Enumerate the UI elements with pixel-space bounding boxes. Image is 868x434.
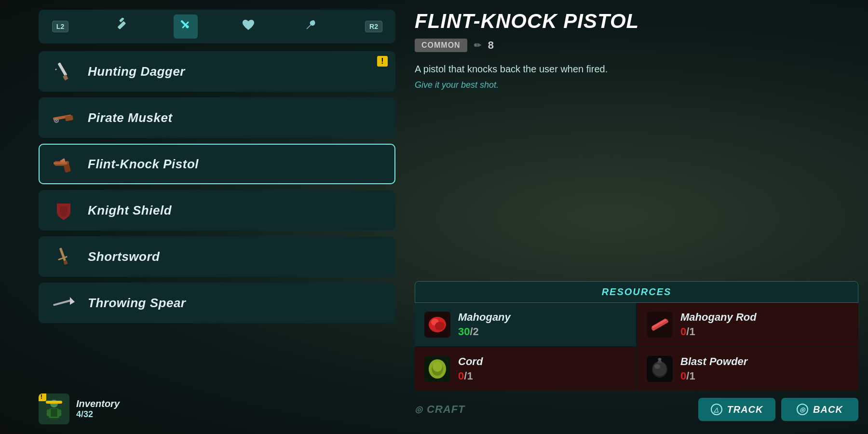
item-title: FLINT-KNOCK PISTOL: [415, 10, 858, 33]
resource-item-cord: Cord 0/1: [415, 347, 636, 391]
cord-count: 0/1: [458, 370, 473, 382]
mahogany-rod-count: 0/1: [680, 326, 695, 338]
blast-powder-have: 0: [680, 370, 686, 382]
inventory-badge: !: [39, 393, 46, 401]
resources-section: RESOURCES Mahogany 30/2: [415, 281, 858, 391]
tab-survival[interactable]: [236, 14, 260, 39]
throwing-spear-name: Throwing Spear: [88, 296, 186, 311]
blast-powder-count: 0/1: [680, 370, 695, 382]
combat-icon: [116, 18, 130, 35]
item-description: A pistol that knocks back the user when …: [415, 62, 858, 76]
heart-icon: [242, 18, 255, 35]
tab-r2[interactable]: R2: [362, 14, 386, 39]
throwing-spear-icon-wrap: [49, 288, 78, 317]
bottom-buttons: ◎ CRAFT △ TRACK ◎ BACK: [415, 394, 858, 424]
rarity-icon: ✏: [474, 40, 481, 51]
weapon-item-pirate-musket[interactable]: Pirate Musket: [39, 97, 395, 138]
flint-knock-pistol-name: Flint-Knock Pistol: [88, 157, 199, 172]
cord-icon: [424, 356, 450, 382]
knight-shield-name: Knight Shield: [88, 203, 172, 218]
track-icon: △: [711, 404, 722, 415]
svg-rect-0: [118, 21, 126, 30]
mahogany-rod-icon: [647, 312, 673, 338]
resource-item-mahogany-rod: Mahogany Rod 0/1: [637, 303, 858, 346]
inventory-bar: ! Inventory 4/32: [39, 393, 120, 424]
svg-marker-17: [61, 158, 65, 160]
tab-bar: L2: [39, 10, 395, 43]
cord-info: Cord 0/1: [458, 355, 483, 382]
blast-powder-need: 1: [689, 370, 695, 382]
tab-weapons[interactable]: [174, 14, 198, 39]
sword-icon: [178, 18, 193, 35]
hunting-dagger-warning: !: [377, 56, 388, 67]
svg-marker-22: [70, 297, 75, 305]
rarity-badge: COMMON: [415, 39, 467, 52]
inventory-info: Inventory 4/32: [76, 398, 120, 420]
craft-label: CRAFT: [427, 403, 465, 416]
tab-l2[interactable]: L2: [48, 14, 72, 39]
resource-item-blast-powder: Blast Powder 0/1: [637, 347, 858, 391]
cord-name: Cord: [458, 355, 483, 368]
mahogany-rod-have: 0: [680, 326, 686, 338]
svg-rect-5: [57, 62, 67, 76]
craft-icon: ◎: [415, 404, 423, 415]
pirate-musket-name: Pirate Musket: [88, 110, 173, 125]
cord-need: 1: [467, 370, 473, 382]
back-button[interactable]: ◎ BACK: [781, 398, 858, 421]
tab-tools[interactable]: [299, 14, 323, 39]
svg-rect-26: [57, 409, 61, 416]
mahogany-rod-name: Mahogany Rod: [680, 311, 757, 324]
blast-powder-icon: [647, 356, 673, 382]
rarity-count: 8: [488, 39, 494, 52]
svg-rect-21: [53, 299, 72, 306]
resources-grid: Mahogany 30/2 Mahogany Rod: [415, 303, 858, 391]
mahogany-need: 2: [473, 326, 479, 338]
inventory-count: 4/32: [76, 409, 120, 420]
inventory-avatar: !: [39, 393, 69, 424]
pirate-musket-icon-wrap: [49, 103, 78, 132]
cord-have: 0: [458, 370, 464, 382]
weapon-item-hunting-dagger[interactable]: Hunting Dagger !: [39, 51, 395, 92]
mahogany-info: Mahogany 30/2: [458, 311, 511, 338]
mahogany-rod-need: 1: [689, 326, 695, 338]
blast-powder-info: Blast Powder 0/1: [680, 355, 747, 382]
weapon-item-knight-shield[interactable]: Knight Shield: [39, 190, 395, 231]
hunting-dagger-icon-wrap: [49, 57, 78, 86]
mahogany-rod-info: Mahogany Rod 0/1: [680, 311, 757, 338]
svg-point-41: [653, 362, 666, 376]
mahogany-icon: [424, 312, 450, 338]
hunting-dagger-name: Hunting Dagger: [88, 64, 185, 79]
knight-shield-icon-wrap: [49, 196, 78, 225]
weapon-item-flint-knock-pistol[interactable]: Flint-Knock Pistol: [39, 144, 395, 184]
resources-header: RESOURCES: [415, 281, 858, 303]
craft-button[interactable]: ◎ CRAFT: [415, 403, 465, 416]
rarity-row: COMMON ✏ 8: [415, 39, 858, 52]
svg-rect-25: [47, 409, 51, 416]
svg-rect-15: [63, 163, 71, 173]
mahogany-name: Mahogany: [458, 311, 511, 324]
svg-rect-14: [54, 162, 67, 164]
left-panel: L2: [39, 10, 395, 424]
track-button[interactable]: △ TRACK: [698, 398, 775, 421]
mahogany-have: 30: [458, 326, 470, 338]
weapon-item-throwing-spear[interactable]: Throwing Spear: [39, 283, 395, 323]
resources-title: RESOURCES: [602, 286, 672, 297]
shortsword-icon-wrap: [49, 242, 78, 271]
track-label: TRACK: [727, 404, 763, 415]
tab-combat[interactable]: [111, 14, 135, 39]
shortsword-name: Shortsword: [88, 249, 160, 264]
action-buttons: △ TRACK ◎ BACK: [698, 398, 858, 421]
svg-point-32: [435, 322, 445, 330]
svg-rect-28: [46, 401, 62, 404]
resource-item-mahogany: Mahogany 30/2: [415, 303, 636, 346]
svg-point-42: [654, 364, 660, 369]
l2-label: L2: [52, 21, 68, 32]
back-label: BACK: [813, 404, 843, 415]
back-icon: ◎: [797, 404, 808, 415]
svg-rect-6: [63, 74, 68, 81]
inventory-label: Inventory: [76, 398, 120, 409]
r2-label: R2: [365, 21, 382, 32]
wrench-icon: [304, 18, 318, 35]
mahogany-count: 30/2: [458, 326, 479, 338]
weapon-item-shortsword[interactable]: Shortsword: [39, 236, 395, 277]
